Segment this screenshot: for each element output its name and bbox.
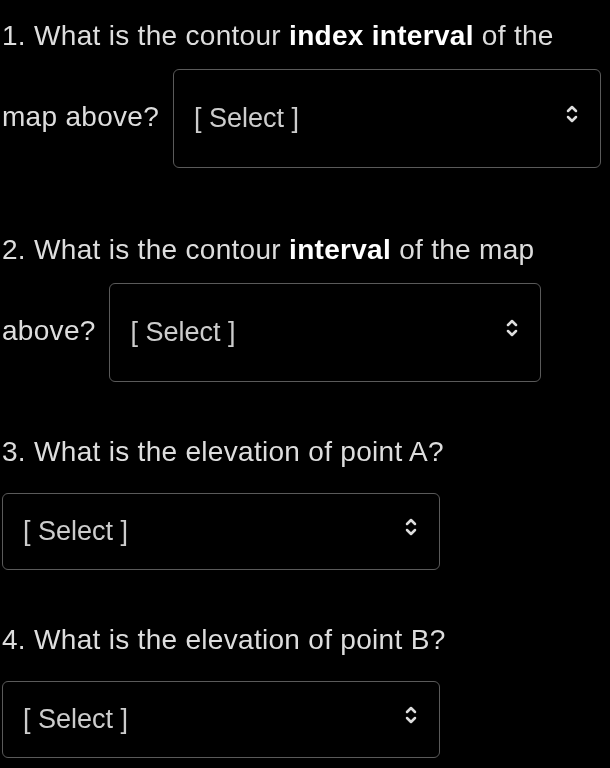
select-q1[interactable]: [ Select ] [173, 69, 601, 168]
select-q2-label: [ Select ] [130, 300, 235, 365]
chevron-updown-icon [403, 517, 419, 546]
question-2-bold: interval [289, 234, 391, 265]
question-1: 1. What is the contour index interval of… [2, 2, 608, 168]
question-4: 4. What is the elevation of point B? [ S… [2, 618, 608, 758]
question-1-text-prefix: 1. What is the contour [2, 20, 289, 51]
select-q3[interactable]: [ Select ] [2, 493, 440, 570]
question-4-text: 4. What is the elevation of point B? [2, 624, 446, 655]
question-3: 3. What is the elevation of point A? [ S… [2, 430, 608, 570]
question-1-bold: index interval [289, 20, 474, 51]
select-q2[interactable]: [ Select ] [109, 283, 541, 382]
chevron-updown-icon [564, 97, 580, 140]
question-3-text: 3. What is the elevation of point A? [2, 436, 444, 467]
chevron-updown-icon [504, 311, 520, 354]
question-2: 2. What is the contour interval of the m… [2, 216, 608, 382]
chevron-updown-icon [403, 705, 419, 734]
select-q4-label: [ Select ] [23, 698, 128, 741]
select-q1-label: [ Select ] [194, 86, 299, 151]
select-q3-label: [ Select ] [23, 510, 128, 553]
question-2-text-prefix: 2. What is the contour [2, 234, 289, 265]
select-q4[interactable]: [ Select ] [2, 681, 440, 758]
